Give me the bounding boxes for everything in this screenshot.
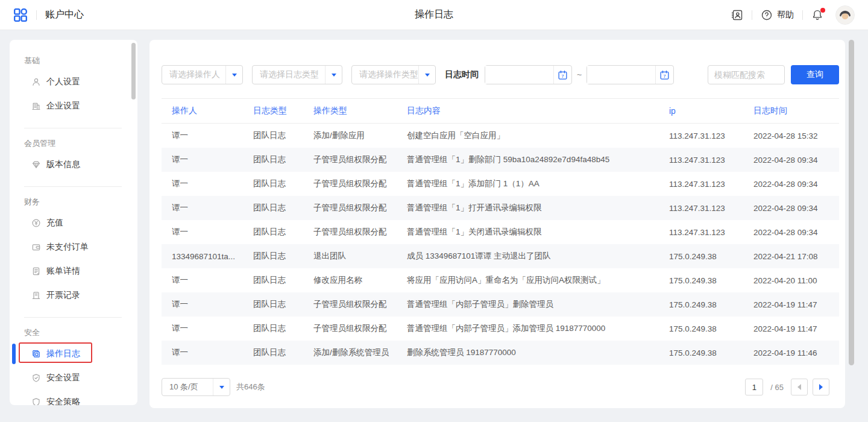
table-cell: 175.0.249.38 [669, 324, 753, 333]
sidebar-item-bill[interactable]: 账单详情 [24, 259, 122, 283]
table-cell: 谭一 [172, 130, 253, 141]
sidebar-section-label: 安全 [24, 327, 122, 338]
date-end-input[interactable] [587, 66, 655, 84]
app-title: 账户中心 [45, 8, 84, 21]
sidebar-item-shield[interactable]: 安全设置 [24, 366, 122, 390]
apps-grid-icon[interactable] [13, 8, 28, 22]
log-icon [31, 349, 41, 359]
table-cell: 谭一 [172, 275, 253, 286]
table-cell: 普通管理组「内部子管理员」添加管理员 19187770000 [407, 323, 669, 334]
table-cell: 子管理员组权限分配 [313, 203, 407, 213]
page-scrollbar-thumb[interactable] [849, 40, 854, 365]
table-cell: 团队日志 [253, 299, 313, 310]
table-cell: 创建空白应用「空白应用」 [407, 130, 669, 141]
notification-badge [820, 8, 825, 13]
pagination-bar: 10 条/页 共646条 / 65 [162, 378, 839, 396]
table-cell: 113.247.31.123 [669, 204, 753, 213]
sidebar-item-invoice[interactable]: 开票记录 [24, 283, 122, 307]
notifications-button[interactable] [811, 9, 823, 21]
calendar-icon[interactable]: 7 [553, 66, 571, 84]
date-end-field: 7 [587, 65, 674, 84]
page-controls: / 65 [745, 379, 829, 395]
operation-type-select-placeholder: 请选择操作类型 [352, 66, 418, 84]
bill-icon [31, 266, 41, 276]
policy-icon [31, 397, 41, 405]
table-cell: 2022-04-28 15:32 [753, 131, 839, 140]
sidebar-nav: 基础 个人设置 企业设置 会员管理 版本信息 财务 充值 未支付订单 账单详情 [10, 40, 137, 405]
sidebar-section-items: 操作日志 安全设置 安全策略 [24, 342, 122, 405]
table-cell: 团队日志 [253, 178, 313, 189]
table-header-row: 操作人日志类型操作类型日志内容ip日志时间 [162, 98, 839, 124]
sidebar-item-policy[interactable]: 安全策略 [24, 390, 122, 405]
table-cell: 添加/删除应用 [313, 130, 407, 141]
table-cell: 113.247.31.123 [669, 156, 753, 165]
table-row: 谭一团队日志添加/删除系统管理员删除系统管理员 19187770000175.0… [162, 341, 839, 365]
table-cell: 团队日志 [253, 154, 313, 165]
avatar[interactable] [835, 5, 855, 25]
page-size-select[interactable]: 10 条/页 [162, 378, 230, 396]
table-cell: 谭一 [172, 227, 253, 238]
help-icon [761, 9, 773, 21]
sidebar-item-coin[interactable]: 充值 [24, 211, 122, 235]
table-cell: 修改应用名称 [313, 275, 407, 286]
table-cell: 2022-04-28 09:34 [753, 228, 839, 237]
query-button[interactable]: 查询 [791, 65, 839, 84]
sidebar-item-wallet[interactable]: 未支付订单 [24, 235, 122, 259]
table-cell: 子管理员组权限分配 [313, 323, 407, 334]
sidebar-section-label: 会员管理 [24, 138, 122, 149]
table-cell: 团队日志 [253, 323, 313, 334]
table-row: 谭一团队日志子管理员组权限分配普通管理组「1」添加部门 1（1）AA113.24… [162, 172, 839, 196]
help-button[interactable]: 帮助 [761, 9, 794, 21]
table-cell: 谭一 [172, 299, 253, 310]
help-label: 帮助 [777, 10, 794, 20]
building-icon [31, 101, 41, 111]
table-cell: 成员 13349687101谭谭 主动退出了团队 [407, 251, 669, 262]
search-input[interactable] [708, 65, 785, 84]
table-cell: 退出团队 [313, 251, 407, 262]
table-row: 谭一团队日志子管理员组权限分配普通管理组「1」打开通讯录编辑权限113.247.… [162, 196, 839, 220]
table-cell: 将应用「应用访问A」重命名为「应用访问A权限测试」 [407, 275, 669, 286]
shield-icon [31, 373, 41, 383]
top-bar: 账户中心 操作日志 帮助 [0, 0, 868, 30]
column-header: 操作人 [172, 106, 253, 116]
table-row: 谭一团队日志子管理员组权限分配普通管理组「内部子管理员」删除管理员175.0.2… [162, 292, 839, 316]
table-cell: 团队日志 [253, 251, 313, 262]
table-cell: 谭一 [172, 154, 253, 165]
table-cell: 添加/删除系统管理员 [313, 347, 407, 358]
page-number-input[interactable] [745, 379, 763, 395]
table-cell: 子管理员组权限分配 [313, 299, 407, 310]
column-header: 日志类型 [253, 106, 313, 116]
sidebar-scrollbar-thumb[interactable] [131, 43, 136, 99]
sidebar-item-user[interactable]: 个人设置 [24, 70, 122, 94]
top-bar-actions: 帮助 [731, 5, 855, 25]
sidebar-item-log[interactable]: 操作日志 [24, 342, 122, 366]
table-row: 谭一团队日志子管理员组权限分配普通管理组「1」删除部门 59ba10a24892… [162, 148, 839, 172]
sidebar-section-items: 个人设置 企业设置 [24, 70, 122, 118]
prev-page-button[interactable] [791, 379, 808, 395]
chevron-down-icon [325, 66, 342, 84]
sidebar-item-building[interactable]: 企业设置 [24, 94, 122, 118]
table-row: 谭一团队日志子管理员组权限分配普通管理组「1」关闭通讯录编辑权限113.247.… [162, 220, 839, 244]
log-type-select[interactable]: 请选择日志类型 [252, 65, 342, 84]
sidebar-section: 安全 操作日志 安全设置 安全策略 [24, 317, 122, 405]
svg-text:7: 7 [561, 73, 564, 78]
next-page-button[interactable] [813, 379, 829, 395]
sidebar-section: 财务 充值 未支付订单 账单详情 开票记录 [24, 186, 122, 317]
operation-type-select[interactable]: 请选择操作类型 [351, 65, 436, 84]
date-start-field: 7 [485, 65, 572, 84]
coin-icon [31, 218, 41, 228]
operator-select[interactable]: 请选择操作人 [162, 65, 243, 84]
sidebar-section-items: 充值 未支付订单 账单详情 开票记录 [24, 211, 122, 307]
table-cell: 113.247.31.123 [669, 131, 753, 140]
calendar-icon[interactable]: 7 [655, 66, 673, 84]
table-cell: 13349687101ta... [172, 252, 253, 261]
table-cell: 团队日志 [253, 275, 313, 286]
sidebar-item-gem[interactable]: 版本信息 [24, 153, 122, 177]
table-cell: 团队日志 [253, 130, 313, 141]
table-cell: 子管理员组权限分配 [313, 227, 407, 238]
sidebar-section: 基础 个人设置 企业设置 [24, 46, 122, 128]
chevron-down-icon [418, 66, 435, 84]
date-start-input[interactable] [485, 66, 553, 84]
contacts-icon[interactable] [731, 9, 743, 21]
table-cell: 删除系统管理员 19187770000 [407, 347, 669, 358]
